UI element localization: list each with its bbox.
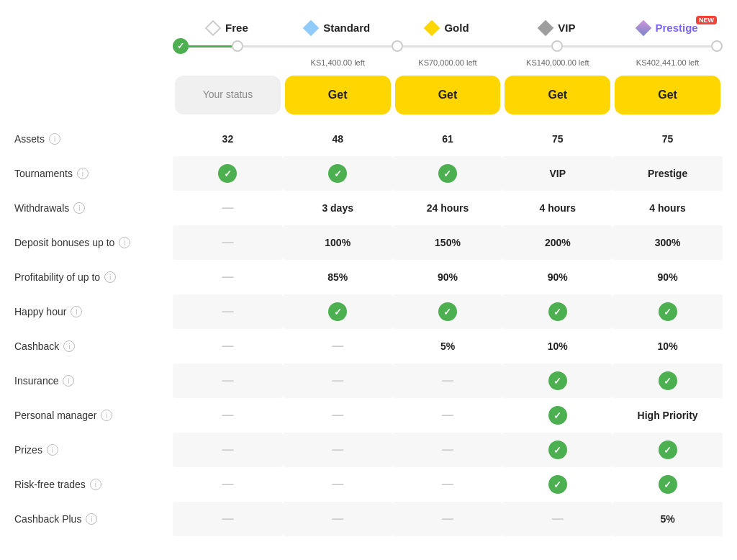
new-badge: NEW — [696, 16, 717, 24]
your-status-cell: Your status — [175, 76, 281, 114]
info-icon-9[interactable]: i — [47, 444, 58, 456]
cell-10-2: — — [393, 467, 503, 502]
get-vip-button[interactable]: Get — [505, 76, 610, 114]
check-icon — [548, 475, 567, 494]
cell-10-3 — [502, 467, 612, 502]
cell-7-2: — — [393, 363, 503, 398]
progress-dot-prestige — [711, 40, 723, 52]
check-icon — [438, 164, 457, 183]
feature-label-9: Prizesi — [14, 433, 173, 467]
status-get-row: Your status Get Get Get Get — [14, 73, 723, 117]
amount-gold: KS70,000.00 left — [393, 58, 503, 67]
amount-prestige: KS402,441.00 left — [612, 58, 723, 67]
feature-label-7: Insurancei — [14, 363, 173, 398]
cell-11-3: — — [502, 502, 612, 536]
gold-icon — [424, 19, 440, 36]
dash-icon: — — [222, 409, 233, 422]
info-icon-3[interactable]: i — [119, 237, 130, 248]
dash-icon: — — [442, 374, 453, 387]
cell-8-2: — — [393, 398, 503, 433]
info-icon-1[interactable]: i — [77, 168, 89, 179]
feature-row-5: Happy houri— — [14, 294, 723, 329]
cell-2-0: — — [173, 191, 283, 225]
cell-10-0: — — [173, 467, 283, 502]
check-icon — [548, 371, 567, 390]
feature-label-8: Personal manageri — [14, 398, 173, 433]
main-container: Free Standard Gold VIP Prestige NEW — [0, 0, 737, 551]
get-prestige-button[interactable]: Get — [615, 76, 720, 114]
cell-1-0 — [173, 156, 283, 191]
feature-row-3: Deposit bonuses up toi—100%150%200%300% — [14, 225, 723, 260]
progress-dot-vip — [551, 40, 563, 52]
prestige-icon — [635, 19, 651, 36]
info-icon-2[interactable]: i — [73, 202, 85, 214]
cell-0-4: 75 — [612, 122, 723, 156]
cell-5-3 — [502, 294, 612, 329]
cell-11-0: — — [173, 502, 283, 536]
dash-icon: — — [442, 512, 453, 525]
feature-label-0: Assetsi — [14, 122, 173, 156]
cell-4-1: 85% — [283, 260, 393, 294]
cell-7-4 — [612, 363, 723, 398]
dash-icon: — — [442, 443, 453, 456]
cell-8-3 — [502, 398, 612, 433]
dash-icon: — — [332, 374, 343, 387]
tier-vip: VIP — [502, 22, 612, 34]
info-icon-11[interactable]: i — [86, 513, 97, 525]
info-icon-0[interactable]: i — [49, 133, 60, 145]
feature-row-9: Prizesi——— — [14, 433, 723, 467]
feature-label-10: Risk-free tradesi — [14, 467, 173, 502]
check-icon — [328, 302, 347, 321]
cell-0-3: 75 — [502, 122, 612, 156]
cell-9-3 — [502, 433, 612, 467]
cell-7-1: — — [283, 363, 393, 398]
dash-icon: — — [222, 236, 233, 249]
info-icon-6[interactable]: i — [63, 340, 75, 352]
cell-0-2: 61 — [393, 122, 503, 156]
vip-label: VIP — [558, 22, 575, 34]
check-icon — [659, 371, 677, 390]
feature-label-5: Happy houri — [14, 294, 173, 329]
dash-icon: — — [332, 409, 343, 422]
feature-row-8: Personal manageri———High Priority — [14, 398, 723, 433]
cell-5-0: — — [173, 294, 283, 329]
get-standard-button[interactable]: Get — [285, 76, 391, 114]
info-icon-8[interactable]: i — [101, 410, 112, 421]
cell-6-1: — — [283, 329, 393, 363]
progress-dot-gold — [392, 40, 403, 52]
cell-2-2: 24 hours — [393, 191, 503, 225]
dash-icon: — — [442, 409, 453, 422]
progress-segment-standard — [232, 40, 392, 52]
cell-2-3: 4 hours — [502, 191, 612, 225]
cell-5-4 — [612, 294, 723, 329]
cell-4-2: 90% — [393, 260, 503, 294]
amount-standard: KS1,400.00 left — [283, 58, 393, 67]
features-table: Assetsi3248617575TournamentsiVIPPrestige… — [14, 122, 723, 536]
check-icon — [659, 302, 677, 321]
progress-bar-row — [173, 38, 723, 54]
cell-11-1: — — [283, 502, 393, 536]
check-icon — [659, 441, 677, 459]
dash-icon: — — [222, 374, 233, 387]
cell-10-4 — [612, 467, 723, 502]
progress-segment-gold — [392, 40, 551, 52]
cell-1-2 — [393, 156, 503, 191]
dash-icon: — — [222, 202, 233, 214]
amount-vip: KS140,000.00 left — [502, 58, 612, 67]
check-icon — [328, 164, 347, 183]
feature-row-6: Cashbacki——5%10%10% — [14, 329, 723, 363]
dash-icon: — — [222, 305, 233, 318]
standard-icon — [303, 19, 320, 36]
feature-label-6: Cashbacki — [14, 329, 173, 363]
cell-3-1: 100% — [283, 225, 393, 260]
info-icon-5[interactable]: i — [71, 306, 82, 317]
cell-8-1: — — [283, 398, 393, 433]
feature-row-0: Assetsi3248617575 — [14, 122, 723, 156]
info-icon-10[interactable]: i — [90, 479, 101, 490]
get-gold-button[interactable]: Get — [395, 76, 501, 114]
cell-3-2: 150% — [393, 225, 503, 260]
dash-icon: — — [222, 340, 233, 353]
info-icon-4[interactable]: i — [104, 271, 116, 283]
info-icon-7[interactable]: i — [63, 375, 74, 387]
cell-2-4: 4 hours — [612, 191, 723, 225]
